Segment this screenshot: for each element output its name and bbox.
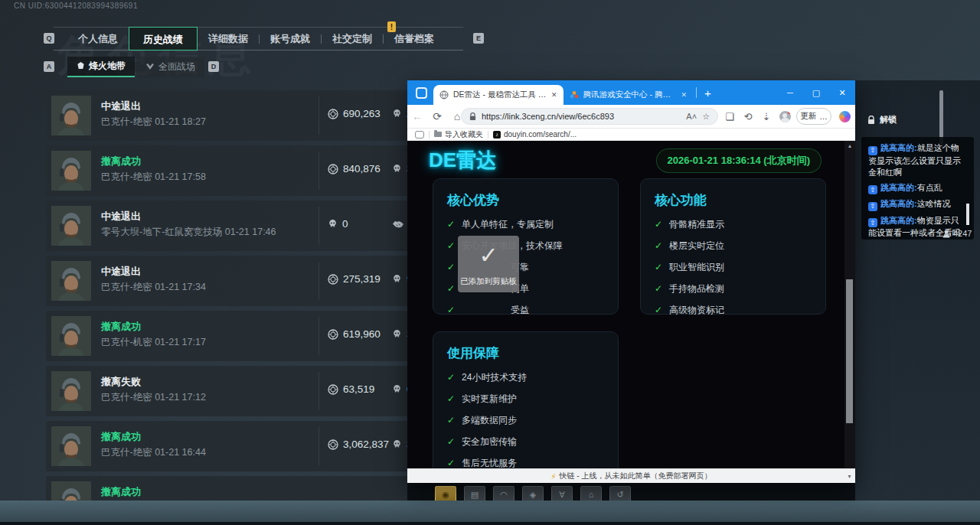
check-icon: ✓ <box>447 240 455 251</box>
match-detail: 巴克什-绝密 01-21 18:27 <box>101 116 206 129</box>
back-button[interactable]: ← <box>407 110 427 122</box>
match-detail: 巴克什-绝密 01-21 17:34 <box>101 281 206 294</box>
tab-社交定制[interactable]: 社交定制 <box>322 27 383 51</box>
stat-value: 0 <box>342 218 348 230</box>
avatar <box>51 151 91 191</box>
scrollbar-thumb[interactable] <box>846 279 853 423</box>
row-divider <box>318 152 319 190</box>
avatar <box>51 96 91 135</box>
history-icon[interactable]: ⟲ <box>740 105 756 129</box>
profile-avatar[interactable] <box>776 105 793 129</box>
chat-username[interactable]: 跳高高的: <box>880 143 917 152</box>
chat-scrollbar-thumb[interactable] <box>966 204 969 225</box>
check-icon: ✓ <box>447 283 455 294</box>
sidebar-icon[interactable] <box>415 131 424 139</box>
page-scrollbar[interactable]: ▲ <box>844 141 855 468</box>
card-item-text: 手持物品检测 <box>669 282 724 295</box>
stat-value: 63,519 <box>343 383 374 395</box>
window-controls: ─ ▢ ✕ <box>777 80 855 105</box>
tiktok-icon: ♪ <box>493 131 501 139</box>
card-title: 使用保障 <box>447 344 604 362</box>
favorites-bar-icon[interactable]: ❏ <box>721 105 738 129</box>
uid-label: CN UID:63004412083994389691 <box>14 2 138 10</box>
browser-tab-2[interactable]: 腾讯游戏安全中心 - 腾讯游戏✕ <box>564 85 694 105</box>
copilot-icon[interactable] <box>836 105 853 129</box>
chat-username[interactable]: 跳高高的: <box>880 199 917 208</box>
browser-window: DE雷达 - 最稳雷达工具 实力开发✕腾讯游戏安全中心 - 腾讯游戏✕+ ─ ▢… <box>407 80 855 483</box>
refresh-button[interactable]: ⟳ <box>427 110 447 122</box>
handshake-icon <box>392 220 404 229</box>
avatar <box>51 426 91 466</box>
chat-username[interactable]: 跳高高的: <box>880 183 917 192</box>
browser-toolbar: ← ⟳ ⌂ https://link.3ceng.cn/view/6ec6c89… <box>407 105 855 129</box>
check-icon: ✓ <box>655 262 662 272</box>
check-icon: ✓ <box>655 305 662 315</box>
stat-coin: 63,519 <box>328 383 374 395</box>
maximize-button[interactable]: ▢ <box>803 80 829 105</box>
stat-coin: 840,876 <box>328 163 381 174</box>
card-item-text: 多端数据同步 <box>462 414 517 427</box>
tab-详细数据[interactable]: 详细数据 <box>198 27 259 51</box>
match-status: 撤离成功 <box>101 320 141 334</box>
screen: 角色信息 CN UID:63004412083994389691 Q E A D… <box>0 0 980 525</box>
match-status: 中途退出 <box>101 99 141 113</box>
tab-历史战绩[interactable]: 历史战绩 <box>129 27 198 51</box>
subtab-烽火地带[interactable]: 烽火地带 <box>67 57 135 77</box>
check-icon: ✓ <box>447 393 455 404</box>
tab-个人信息[interactable]: 个人信息 <box>67 27 129 51</box>
stat-value: 619,960 <box>343 328 381 340</box>
stat-value: 275,319 <box>343 273 381 285</box>
tab-close-icon[interactable]: ✕ <box>681 91 688 99</box>
stat-value: 3,062,837 <box>343 439 389 450</box>
check-icon: ✓ <box>655 240 662 251</box>
close-button[interactable]: ✕ <box>829 80 855 105</box>
card-title: 核心优势 <box>447 191 604 209</box>
timestamp-pill: 2026-01-21 18:36:14 (北京时间) <box>656 148 822 173</box>
downloads-icon[interactable]: ⇣ <box>758 105 775 129</box>
notification-dot <box>788 111 791 114</box>
favorite-star-icon[interactable]: ☆ <box>702 112 710 122</box>
bookmark-2[interactable]: ♪douyin.com/search/... <box>493 130 577 139</box>
card-item: ✓单人单特征，专属定制 <box>447 218 604 231</box>
status-bar-text[interactable]: 快链 - 上线，从未如此简单（免费部署网页） <box>560 471 712 481</box>
update-button[interactable]: 更新 … <box>796 108 831 125</box>
unlock-row[interactable]: 解锁 <box>867 114 897 126</box>
minimize-button[interactable]: ─ <box>777 80 803 105</box>
card-item: ✓24小时技术支持 <box>447 371 604 384</box>
stat-value: 690,263 <box>343 108 381 119</box>
card-item: ✓高级物资标记 <box>655 304 812 317</box>
more-menu-icon[interactable]: … <box>819 112 828 121</box>
tab-close-icon[interactable]: ✕ <box>551 91 557 99</box>
check-icon: ✓ <box>447 458 455 468</box>
row-divider <box>318 317 319 355</box>
scroll-down-arrow[interactable]: ▼ <box>847 474 852 479</box>
bookmark-label: 导入收藏夹 <box>445 129 483 140</box>
check-icon: ✓ <box>447 372 455 383</box>
chat-message: ⇧跳高高的:有点乱 <box>868 182 967 195</box>
card-item: ✓受益 <box>447 304 604 317</box>
feature-card: 使用保障✓24小时技术支持✓实时更新维护✓多端数据同步✓安全加密传输✓售后无忧服… <box>433 331 619 468</box>
new-tab-button[interactable]: + <box>704 86 711 99</box>
workspace-icon[interactable] <box>416 87 427 99</box>
card-item-text: 楼层实时定位 <box>669 240 724 253</box>
chat-username[interactable]: 跳高高的: <box>880 216 917 225</box>
toast-check-icon: ✓ <box>458 242 519 269</box>
card-item-text: 24小时技术支持 <box>462 371 527 384</box>
card-item-text: 单人单特征，专属定制 <box>462 218 554 231</box>
bookmark-1[interactable]: 导入收藏夹 <box>434 129 483 140</box>
coin-icon <box>328 439 338 450</box>
card-item-text: 实时更新维护 <box>462 393 517 406</box>
tab-信誉档案[interactable]: 信誉档案 <box>384 27 445 51</box>
skull-icon <box>392 274 402 284</box>
lock-icon <box>469 112 476 121</box>
scroll-up-arrow[interactable]: ▲ <box>844 143 855 148</box>
tab-账号成就[interactable]: 账号成就 <box>260 27 321 51</box>
address-bar[interactable]: https://link.3ceng.cn/view/6ec6c893 A˄ ☆ <box>461 108 718 125</box>
browser-titlebar[interactable]: DE雷达 - 最稳雷达工具 实力开发✕腾讯游戏安全中心 - 腾讯游戏✕+ ─ ▢… <box>407 80 855 105</box>
bookmark-items: 导入收藏夹♪douyin.com/search/... <box>434 129 577 140</box>
subtab-全面战场[interactable]: 全面战场 <box>136 57 204 77</box>
toast-message: 已添加到剪贴板 <box>460 276 517 287</box>
viewer-count-value: 4247 <box>953 229 972 238</box>
browser-tab-1[interactable]: DE雷达 - 最稳雷达工具 实力开发✕ <box>433 85 564 105</box>
read-aloud-icon[interactable]: A˄ <box>686 112 697 121</box>
